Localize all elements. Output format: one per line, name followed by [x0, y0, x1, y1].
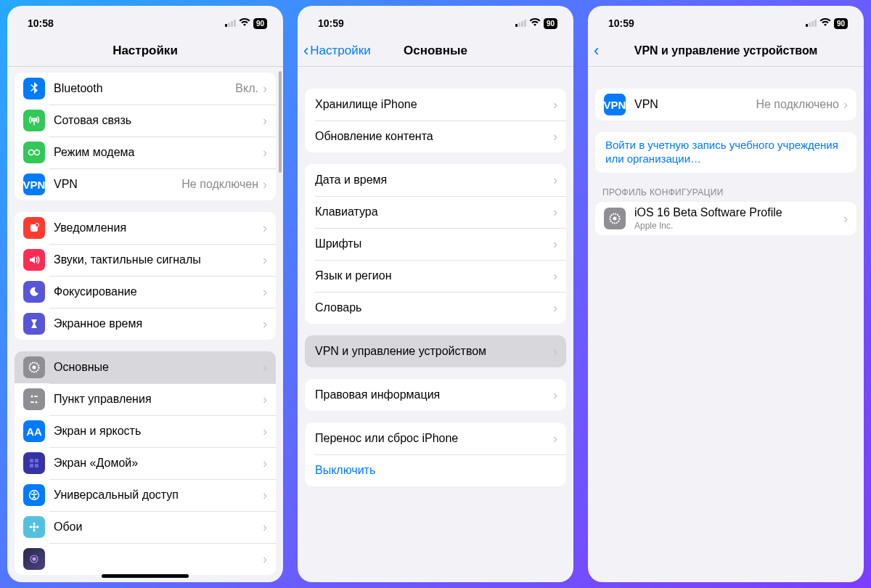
- row-label: Основные: [54, 361, 263, 374]
- chevron-right-icon: ›: [553, 129, 557, 144]
- row-control-center[interactable]: Пункт управления ›: [15, 383, 276, 415]
- row-vpn-management[interactable]: VPN и управление устройством›: [305, 335, 566, 367]
- row-label: Войти в учетную запись учебного учрежден…: [605, 139, 848, 166]
- row-background-refresh[interactable]: Обновление контента›: [305, 121, 566, 152]
- row-signin[interactable]: Войти в учетную запись учебного учрежден…: [595, 132, 856, 173]
- chevron-right-icon: ›: [553, 344, 557, 359]
- row-sounds[interactable]: Звуки, тактильные сигналы ›: [15, 244, 276, 276]
- row-accessibility[interactable]: Универсальный доступ ›: [15, 479, 276, 511]
- chevron-right-icon: ›: [553, 97, 557, 113]
- battery-icon: 90: [544, 18, 557, 29]
- wallpaper-icon: [23, 516, 45, 538]
- nav-title: Основные: [404, 44, 467, 58]
- chevron-right-icon: ›: [263, 221, 267, 236]
- row-dictionary[interactable]: Словарь›: [305, 292, 566, 324]
- cellular-signal-icon: [515, 20, 526, 27]
- group-connectivity: Bluetooth Вкл. › Сотовая связь › Режим м…: [15, 73, 276, 200]
- row-general[interactable]: Основные ›: [15, 351, 276, 383]
- row-label: iOS 16 Beta Software Profile Apple Inc.: [634, 206, 843, 231]
- row-bluetooth[interactable]: Bluetooth Вкл. ›: [15, 73, 276, 105]
- status-right: 90: [806, 18, 848, 29]
- row-label: Словарь: [315, 301, 553, 314]
- group-legal: Правовая информация›: [305, 379, 566, 411]
- chevron-right-icon: ›: [263, 520, 267, 535]
- back-label: Настройки: [310, 44, 370, 58]
- back-button[interactable]: ‹: [594, 35, 600, 66]
- row-value: Вкл.: [235, 82, 258, 95]
- wifi-icon: [819, 18, 831, 29]
- display-icon: AA: [23, 420, 45, 442]
- row-label: Дата и время: [315, 173, 553, 187]
- row-cellular[interactable]: Сотовая связь ›: [15, 105, 276, 136]
- row-label: Режим модема: [54, 146, 263, 159]
- home-screen-icon: [23, 452, 45, 474]
- row-focus[interactable]: Фокусирование ›: [15, 276, 276, 308]
- chevron-right-icon: ›: [263, 392, 267, 407]
- svg-point-22: [33, 558, 36, 561]
- profile-title: iOS 16 Beta Software Profile: [634, 206, 782, 219]
- row-screentime[interactable]: Экранное время ›: [15, 308, 276, 340]
- row-vpn[interactable]: VPN VPN Не подключен ›: [15, 168, 276, 200]
- screen-general: 10:59 90 ‹ Настройки Основные Хранилище …: [298, 6, 573, 582]
- row-label: Звуки, тактильные сигналы: [54, 253, 263, 266]
- row-profile[interactable]: iOS 16 Beta Software Profile Apple Inc. …: [595, 202, 856, 235]
- svg-point-1: [35, 150, 40, 155]
- row-label: Bluetooth: [54, 82, 235, 95]
- row-datetime[interactable]: Дата и время›: [305, 164, 566, 196]
- row-siri[interactable]: ›: [15, 543, 276, 575]
- control-center-icon: [23, 388, 45, 410]
- row-value: Не подключено: [756, 98, 839, 111]
- row-value: Не подключен: [181, 178, 258, 191]
- row-label: Уведомления: [54, 221, 263, 234]
- bluetooth-icon: [23, 78, 45, 99]
- row-vpn[interactable]: VPN VPN Не подключено ›: [595, 89, 856, 121]
- status-time: 10:58: [28, 17, 54, 29]
- row-shutdown[interactable]: Выключить: [305, 454, 566, 486]
- battery-icon: 90: [253, 18, 267, 29]
- svg-point-18: [33, 529, 36, 532]
- row-keyboard[interactable]: Клавиатура›: [305, 196, 566, 228]
- focus-icon: [23, 281, 45, 303]
- status-time: 10:59: [608, 17, 634, 29]
- row-label: Выключить: [315, 464, 557, 477]
- nav-title: VPN и управление устройством: [634, 44, 818, 57]
- svg-rect-12: [30, 464, 33, 467]
- row-label: Пункт управления: [54, 393, 263, 406]
- row-label: Язык и регион: [315, 269, 553, 282]
- chevron-right-icon: ›: [263, 253, 267, 268]
- row-label: Универсальный доступ: [54, 489, 263, 502]
- row-storage[interactable]: Хранилище iPhone›: [305, 89, 566, 121]
- nav-bar: ‹ VPN и управление устройством: [588, 35, 864, 67]
- row-fonts[interactable]: Шрифты›: [305, 228, 566, 260]
- gear-icon: [23, 356, 45, 378]
- row-label: Обои: [54, 520, 263, 534]
- home-indicator[interactable]: [102, 574, 189, 578]
- sounds-icon: [23, 249, 45, 271]
- row-wallpaper[interactable]: Обои ›: [15, 511, 276, 543]
- row-display[interactable]: AA Экран и яркость ›: [15, 415, 276, 447]
- status-right: 90: [225, 18, 267, 29]
- row-transfer-reset[interactable]: Перенос или сброс iPhone›: [305, 422, 566, 454]
- chevron-right-icon: ›: [263, 424, 267, 439]
- row-language[interactable]: Язык и регион›: [305, 260, 566, 292]
- status-right: 90: [515, 18, 557, 29]
- content: VPN VPN Не подключено › Войти в учетную …: [588, 67, 864, 582]
- back-button[interactable]: ‹ Настройки: [303, 35, 371, 66]
- row-label: VPN: [634, 98, 756, 111]
- screentime-icon: [23, 313, 45, 335]
- svg-point-0: [29, 150, 34, 155]
- chevron-right-icon: ›: [843, 211, 848, 226]
- row-hotspot[interactable]: Режим модема ›: [15, 136, 276, 168]
- chevron-right-icon: ›: [263, 285, 267, 300]
- row-home-screen[interactable]: Экран «Домой» ›: [15, 447, 276, 479]
- svg-point-9: [36, 401, 38, 404]
- svg-rect-10: [30, 459, 33, 462]
- row-legal[interactable]: Правовая информация›: [305, 379, 566, 411]
- chevron-right-icon: ›: [263, 81, 267, 97]
- section-header-profiles: ПРОФИЛЬ КОНФИГУРАЦИИ: [602, 187, 849, 197]
- row-notifications[interactable]: Уведомления ›: [15, 212, 276, 244]
- content: Хранилище iPhone› Обновление контента› Д…: [298, 67, 573, 582]
- chevron-right-icon: ›: [263, 113, 267, 128]
- svg-point-15: [33, 491, 36, 494]
- chevron-right-icon: ›: [263, 488, 267, 503]
